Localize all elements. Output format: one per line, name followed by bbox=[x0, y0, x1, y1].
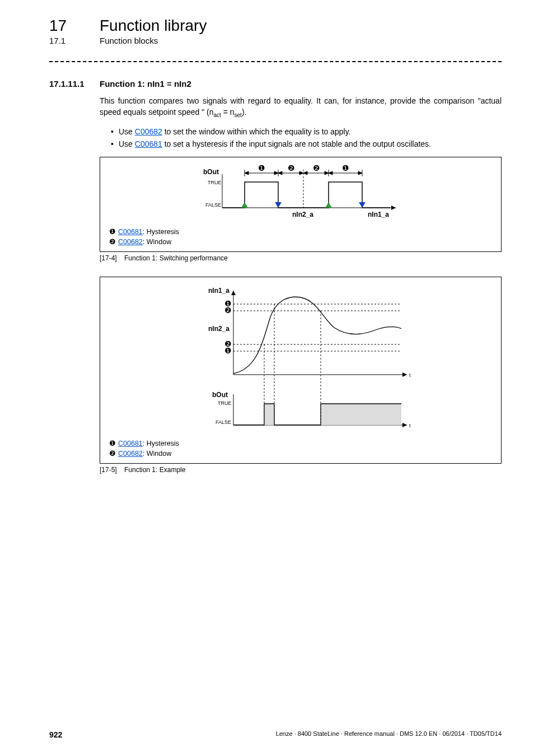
label-t: t bbox=[409, 372, 411, 378]
footer-info: Lenze · 8400 StateLine · Reference manua… bbox=[276, 730, 502, 739]
label-true: TRUE bbox=[218, 400, 232, 406]
subsection-number: 17.1.11.1 bbox=[49, 79, 100, 88]
link-c00681[interactable]: C00681 bbox=[118, 440, 143, 447]
section-heading: 17.1Function blocks bbox=[49, 36, 502, 45]
svg-marker-25 bbox=[231, 291, 236, 295]
label-true: TRUE bbox=[208, 180, 222, 185]
marker-1-icon: ❶ bbox=[258, 164, 265, 172]
svg-marker-2 bbox=[391, 206, 396, 210]
svg-marker-9 bbox=[245, 171, 249, 175]
chapter-number: 17 bbox=[49, 17, 100, 35]
svg-marker-19 bbox=[358, 171, 362, 175]
section-number: 17.1 bbox=[49, 36, 100, 45]
svg-rect-39 bbox=[321, 404, 401, 425]
bullet-item: Use C00682 to set the window within whic… bbox=[111, 125, 502, 138]
svg-marker-7 bbox=[359, 202, 366, 208]
svg-marker-4 bbox=[241, 202, 248, 208]
label-bout: bOut bbox=[212, 391, 228, 399]
subsection-title: Function 1: nIn1 = nIn2 bbox=[100, 79, 191, 88]
label-nin1a: nIn1_a bbox=[368, 211, 389, 218]
link-c00682[interactable]: C00682 bbox=[135, 127, 162, 136]
label-false: FALSE bbox=[216, 419, 231, 425]
svg-marker-12 bbox=[278, 171, 282, 175]
figure-17-5: nIn1_a t nIn2_a ❶ ❷ ❷ ❶ bbox=[100, 277, 502, 464]
svg-marker-5 bbox=[275, 202, 282, 208]
label-nin1a: nIn1_a bbox=[208, 287, 229, 295]
link-c00682[interactable]: C00682 bbox=[118, 450, 143, 458]
link-c00681[interactable]: C00681 bbox=[118, 228, 143, 236]
chapter-heading: 17Function library bbox=[49, 17, 502, 35]
chapter-title: Function library bbox=[100, 17, 207, 34]
link-c00682[interactable]: C00682 bbox=[118, 238, 143, 246]
label-nin2a: nIn2_a bbox=[208, 325, 229, 333]
label-t: t bbox=[409, 423, 411, 428]
svg-marker-15 bbox=[303, 171, 307, 175]
switching-diagram: bOut TRUE FALSE ❶ bbox=[183, 163, 418, 225]
bullet-list: Use C00682 to set the window within whic… bbox=[111, 125, 502, 151]
marker-1-icon: ❶ bbox=[224, 346, 232, 355]
link-c00681[interactable]: C00681 bbox=[135, 139, 162, 148]
svg-marker-6 bbox=[325, 202, 332, 208]
label-nin2a: nIn2_a bbox=[292, 211, 313, 218]
divider-dashed bbox=[49, 61, 502, 62]
marker-2-icon: ❷ bbox=[288, 164, 295, 172]
figure-legend: ❶ C00681: Hysteresis ❷ C00682: Window bbox=[109, 227, 492, 247]
svg-marker-18 bbox=[329, 171, 332, 175]
page: 17Function library 17.1Function blocks 1… bbox=[0, 0, 534, 756]
svg-marker-37 bbox=[402, 423, 407, 427]
figure-caption-17-4: [17-4]Function 1: Switching performance bbox=[100, 254, 502, 262]
marker-1-icon: ❶ bbox=[342, 164, 349, 172]
figure-legend: ❶ C00681: Hysteresis ❷ C00682: Window bbox=[109, 438, 492, 459]
page-number: 922 bbox=[49, 730, 62, 739]
figure-17-4: bOut TRUE FALSE ❶ bbox=[100, 157, 502, 252]
subsection-heading: 17.1.11.1Function 1: nIn1 = nIn2 bbox=[49, 79, 502, 88]
section-title: Function blocks bbox=[100, 36, 158, 45]
svg-rect-38 bbox=[264, 404, 274, 425]
page-footer: 922 Lenze · 8400 StateLine · Reference m… bbox=[49, 730, 502, 739]
label-bout: bOut bbox=[203, 168, 219, 176]
paragraph-intro: This function compares two signals with … bbox=[100, 95, 502, 120]
bullet-item: Use C00681 to set a hysteresis if the in… bbox=[111, 138, 502, 150]
example-diagram: nIn1_a t nIn2_a ❶ ❷ ❷ ❶ bbox=[177, 285, 424, 436]
svg-marker-27 bbox=[402, 372, 407, 377]
label-false: FALSE bbox=[205, 202, 221, 208]
figure-caption-17-5: [17-5]Function 1: Example bbox=[100, 466, 502, 474]
marker-2-icon: ❷ bbox=[313, 164, 320, 172]
marker-2-icon: ❷ bbox=[224, 306, 232, 315]
